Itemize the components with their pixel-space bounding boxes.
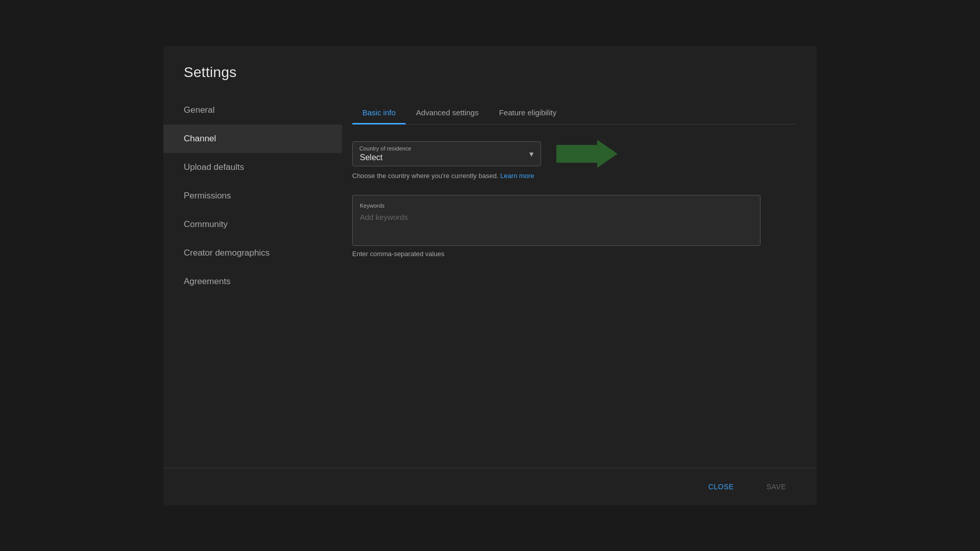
page-title: Settings <box>184 64 796 81</box>
keywords-box[interactable]: Keywords Add keywords <box>352 195 761 246</box>
svg-marker-0 <box>556 140 618 168</box>
settings-dialog: Settings General Channel Upload defaults… <box>163 46 817 505</box>
sidebar-item-agreements[interactable]: Agreements <box>163 267 342 296</box>
arrow-icon <box>556 140 618 168</box>
sidebar-item-community[interactable]: Community <box>163 210 342 239</box>
settings-body: General Channel Upload defaults Permissi… <box>163 91 817 468</box>
annotation-arrow <box>556 140 618 168</box>
save-button[interactable]: SAVE <box>756 478 796 496</box>
keywords-placeholder: Add keywords <box>360 213 753 221</box>
sidebar-item-upload-defaults[interactable]: Upload defaults <box>163 153 342 182</box>
main-content: Basic info Advanced settings Feature eli… <box>342 91 817 468</box>
sidebar: General Channel Upload defaults Permissi… <box>163 91 342 468</box>
keywords-section: Keywords Add keywords Enter comma-separa… <box>352 195 796 258</box>
sidebar-item-channel[interactable]: Channel <box>163 124 342 153</box>
settings-header: Settings <box>163 46 817 91</box>
tabs-bar: Basic info Advanced settings Feature eli… <box>352 101 796 124</box>
keywords-label: Keywords <box>360 203 753 209</box>
keywords-helper-text: Enter comma-separated values <box>352 250 796 258</box>
tab-basic-info[interactable]: Basic info <box>352 101 406 124</box>
country-select-wrapper: Country of residence Select ▼ <box>352 140 796 168</box>
country-select-container: Country of residence Select ▼ <box>352 141 541 166</box>
country-helper-text: Choose the country where you're currentl… <box>352 172 796 180</box>
learn-more-link[interactable]: Learn more <box>500 172 534 180</box>
country-select[interactable]: Select <box>352 141 541 166</box>
sidebar-item-creator-demographics[interactable]: Creator demographics <box>163 239 342 267</box>
sidebar-item-general[interactable]: General <box>163 96 342 124</box>
sidebar-item-permissions[interactable]: Permissions <box>163 182 342 210</box>
tab-advanced-settings[interactable]: Advanced settings <box>406 101 489 124</box>
country-section: Country of residence Select ▼ Cho <box>352 140 796 180</box>
tab-feature-eligibility[interactable]: Feature eligibility <box>489 101 567 124</box>
footer: CLOSE SAVE <box>163 468 817 505</box>
close-button[interactable]: CLOSE <box>698 478 744 496</box>
